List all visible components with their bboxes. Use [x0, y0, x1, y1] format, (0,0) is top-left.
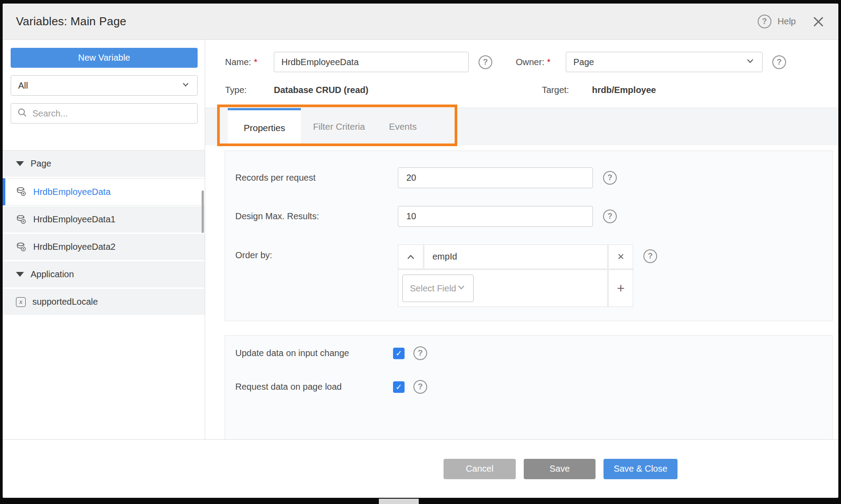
variables-tree: Page HrdbEmployeeData HrdbEmployeeData1 [3, 150, 205, 316]
variable-filter-dropdown[interactable]: All [11, 75, 198, 96]
tree-group-label: Application [31, 269, 74, 279]
owner-help-icon[interactable] [772, 55, 786, 69]
name-label: Name: [225, 57, 274, 67]
background-app-fragment [379, 499, 419, 504]
design-max-results-help-icon[interactable] [603, 209, 617, 223]
tree-item-label: HrdbEmployeeData2 [33, 242, 116, 252]
dialog-header: Variables: Main Page Help [3, 4, 838, 40]
select-field-dropdown[interactable]: Select Field [402, 275, 474, 302]
tree-item-label: HrdbEmployeeData1 [33, 214, 116, 225]
request-on-page-load-help-icon[interactable] [413, 380, 427, 394]
tab-properties[interactable]: Properties [228, 108, 301, 145]
cancel-button[interactable]: Cancel [444, 459, 516, 479]
database-crud-variable-icon [16, 242, 27, 252]
target-value: hrdb/Employee [592, 85, 656, 95]
order-by-field-value: empId [424, 245, 607, 268]
tree-item-hrdbemployeedata2[interactable]: HrdbEmployeeData2 [3, 234, 205, 261]
order-by-select-cell: Select Field [398, 270, 607, 306]
owner-label: Owner: [516, 57, 566, 67]
chevron-down-icon [456, 283, 466, 295]
save-button[interactable]: Save [524, 459, 596, 479]
tree-group-label: Page [31, 159, 51, 169]
search-input[interactable] [32, 109, 191, 119]
required-asterisk [544, 57, 550, 67]
remove-order-field-button[interactable]: × [609, 245, 633, 268]
static-variable-icon: x [16, 297, 26, 307]
tree-group-page[interactable]: Page [3, 151, 205, 178]
tree-item-hrdbemployeedata[interactable]: HrdbEmployeeData [3, 178, 205, 205]
chevron-down-icon [181, 80, 190, 91]
editor-tabs: Properties Filter Criteria Events [205, 108, 838, 145]
collapse-caret-icon[interactable] [16, 161, 24, 166]
properties-tab-content: Records per request Design Max. Results:… [205, 145, 838, 439]
sort-ascending-toggle[interactable] [398, 245, 423, 268]
search-icon [17, 108, 27, 119]
type-value: Database CRUD (read) [274, 85, 542, 95]
order-by-widget: empId × Select Field [398, 244, 633, 307]
type-label: Type: [225, 85, 274, 95]
target-label: Target: [542, 85, 592, 95]
tree-item-label: HrdbEmployeeData [33, 187, 111, 197]
design-max-results-field[interactable] [398, 206, 593, 227]
update-on-input-change-label: Update data on input change [235, 348, 393, 358]
variable-filter-value: All [18, 81, 28, 91]
database-crud-variable-icon [16, 186, 27, 197]
tree-group-application[interactable]: Application [3, 261, 205, 289]
close-icon[interactable] [812, 15, 825, 28]
owner-value: Page [573, 57, 594, 67]
behavior-settings-panel: Update data on input change Request data… [225, 335, 833, 439]
request-on-page-load-checkbox[interactable] [393, 381, 405, 393]
name-help-icon[interactable] [479, 55, 492, 69]
tab-events[interactable]: Events [377, 108, 429, 145]
required-asterisk [251, 57, 257, 67]
sidebar-scrollbar-thumb[interactable] [202, 190, 204, 233]
order-by-label: Order by: [235, 250, 398, 260]
design-max-results-label: Design Max. Results: [235, 211, 398, 221]
owner-dropdown[interactable]: Page [566, 52, 763, 72]
collapse-caret-icon[interactable] [16, 272, 24, 277]
data-settings-panel: Records per request Design Max. Results:… [225, 151, 833, 321]
database-crud-variable-icon [16, 214, 27, 225]
update-on-input-change-checkbox[interactable] [393, 348, 405, 359]
dialog-title: Variables: Main Page [16, 15, 126, 28]
help-link[interactable]: Help [778, 16, 796, 27]
records-per-request-label: Records per request [235, 173, 398, 183]
records-per-request-field[interactable] [398, 167, 593, 188]
tree-item-label: supportedLocale [32, 297, 98, 307]
variables-sidebar: New Variable All Page [3, 40, 205, 439]
tree-item-hrdbemployeedata1[interactable]: HrdbEmployeeData1 [3, 206, 205, 234]
save-and-close-button[interactable]: Save & Close [603, 459, 677, 479]
variables-dialog: Variables: Main Page Help New Variable A… [3, 4, 838, 498]
dialog-footer: Cancel Save Save & Close [3, 439, 838, 498]
screen: Variables: Main Page Help New Variable A… [0, 0, 841, 504]
new-variable-button[interactable]: New Variable [11, 48, 198, 68]
records-per-request-help-icon[interactable] [603, 171, 617, 185]
tree-item-supportedlocale[interactable]: x supportedLocale [3, 289, 205, 316]
name-field[interactable] [274, 52, 469, 72]
add-order-field-button[interactable]: + [609, 270, 633, 306]
request-on-page-load-label: Request data on page load [235, 382, 393, 392]
variable-search[interactable] [11, 103, 198, 124]
variable-summary-form: Name: Owner: Page [205, 40, 838, 95]
help-icon[interactable] [758, 15, 771, 28]
chevron-down-icon [745, 56, 755, 68]
tab-filter-criteria[interactable]: Filter Criteria [301, 108, 377, 145]
order-by-help-icon[interactable] [643, 249, 657, 263]
select-field-placeholder: Select Field [410, 283, 456, 294]
update-on-input-change-help-icon[interactable] [413, 346, 427, 360]
variable-editor-main: Name: Owner: Page [205, 40, 838, 439]
